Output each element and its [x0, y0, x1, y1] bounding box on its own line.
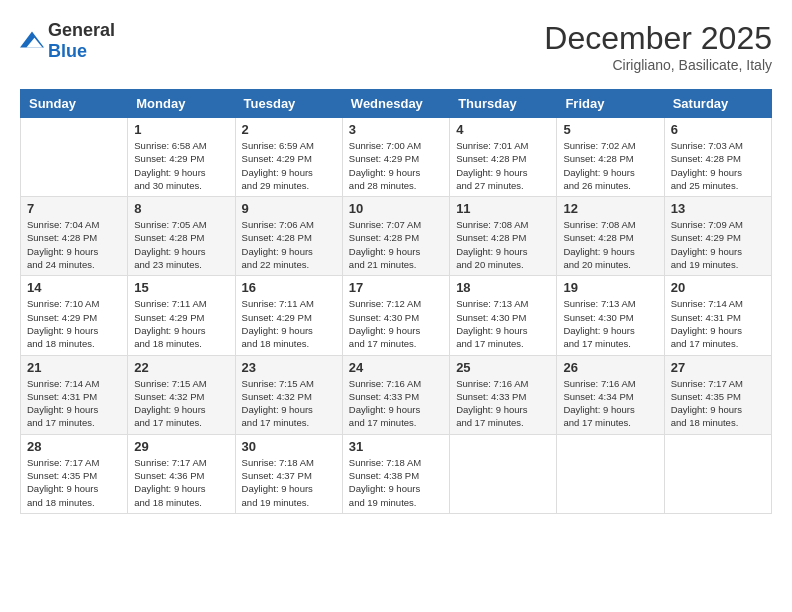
day-info: Sunrise: 7:06 AM Sunset: 4:28 PM Dayligh… — [242, 218, 336, 271]
day-info: Sunrise: 7:13 AM Sunset: 4:30 PM Dayligh… — [456, 297, 550, 350]
calendar-cell: 22Sunrise: 7:15 AM Sunset: 4:32 PM Dayli… — [128, 355, 235, 434]
calendar-cell: 21Sunrise: 7:14 AM Sunset: 4:31 PM Dayli… — [21, 355, 128, 434]
day-number: 29 — [134, 439, 228, 454]
calendar-cell: 5Sunrise: 7:02 AM Sunset: 4:28 PM Daylig… — [557, 118, 664, 197]
day-number: 22 — [134, 360, 228, 375]
calendar-week-0: 1Sunrise: 6:58 AM Sunset: 4:29 PM Daylig… — [21, 118, 772, 197]
day-number: 30 — [242, 439, 336, 454]
calendar-cell: 12Sunrise: 7:08 AM Sunset: 4:28 PM Dayli… — [557, 197, 664, 276]
day-info: Sunrise: 6:59 AM Sunset: 4:29 PM Dayligh… — [242, 139, 336, 192]
day-info: Sunrise: 7:18 AM Sunset: 4:37 PM Dayligh… — [242, 456, 336, 509]
day-info: Sunrise: 7:16 AM Sunset: 4:34 PM Dayligh… — [563, 377, 657, 430]
day-info: Sunrise: 6:58 AM Sunset: 4:29 PM Dayligh… — [134, 139, 228, 192]
day-number: 2 — [242, 122, 336, 137]
calendar-cell: 8Sunrise: 7:05 AM Sunset: 4:28 PM Daylig… — [128, 197, 235, 276]
calendar-cell: 23Sunrise: 7:15 AM Sunset: 4:32 PM Dayli… — [235, 355, 342, 434]
day-info: Sunrise: 7:15 AM Sunset: 4:32 PM Dayligh… — [134, 377, 228, 430]
calendar-body: 1Sunrise: 6:58 AM Sunset: 4:29 PM Daylig… — [21, 118, 772, 514]
day-info: Sunrise: 7:05 AM Sunset: 4:28 PM Dayligh… — [134, 218, 228, 271]
day-header-friday: Friday — [557, 90, 664, 118]
day-number: 7 — [27, 201, 121, 216]
logo-icon — [20, 31, 44, 51]
day-header-monday: Monday — [128, 90, 235, 118]
logo-blue: Blue — [48, 41, 87, 61]
day-number: 28 — [27, 439, 121, 454]
day-info: Sunrise: 7:17 AM Sunset: 4:35 PM Dayligh… — [27, 456, 121, 509]
calendar-cell: 29Sunrise: 7:17 AM Sunset: 4:36 PM Dayli… — [128, 434, 235, 513]
days-header-row: SundayMondayTuesdayWednesdayThursdayFrid… — [21, 90, 772, 118]
calendar-cell — [557, 434, 664, 513]
day-info: Sunrise: 7:18 AM Sunset: 4:38 PM Dayligh… — [349, 456, 443, 509]
day-info: Sunrise: 7:11 AM Sunset: 4:29 PM Dayligh… — [242, 297, 336, 350]
day-number: 1 — [134, 122, 228, 137]
day-header-thursday: Thursday — [450, 90, 557, 118]
day-info: Sunrise: 7:10 AM Sunset: 4:29 PM Dayligh… — [27, 297, 121, 350]
calendar-cell: 25Sunrise: 7:16 AM Sunset: 4:33 PM Dayli… — [450, 355, 557, 434]
day-number: 19 — [563, 280, 657, 295]
day-number: 15 — [134, 280, 228, 295]
calendar-cell: 14Sunrise: 7:10 AM Sunset: 4:29 PM Dayli… — [21, 276, 128, 355]
day-info: Sunrise: 7:04 AM Sunset: 4:28 PM Dayligh… — [27, 218, 121, 271]
calendar-cell: 19Sunrise: 7:13 AM Sunset: 4:30 PM Dayli… — [557, 276, 664, 355]
day-number: 23 — [242, 360, 336, 375]
day-info: Sunrise: 7:03 AM Sunset: 4:28 PM Dayligh… — [671, 139, 765, 192]
calendar-cell: 16Sunrise: 7:11 AM Sunset: 4:29 PM Dayli… — [235, 276, 342, 355]
day-header-wednesday: Wednesday — [342, 90, 449, 118]
day-info: Sunrise: 7:14 AM Sunset: 4:31 PM Dayligh… — [671, 297, 765, 350]
calendar-cell: 10Sunrise: 7:07 AM Sunset: 4:28 PM Dayli… — [342, 197, 449, 276]
day-number: 16 — [242, 280, 336, 295]
day-info: Sunrise: 7:16 AM Sunset: 4:33 PM Dayligh… — [456, 377, 550, 430]
calendar-cell: 1Sunrise: 6:58 AM Sunset: 4:29 PM Daylig… — [128, 118, 235, 197]
day-info: Sunrise: 7:11 AM Sunset: 4:29 PM Dayligh… — [134, 297, 228, 350]
day-number: 27 — [671, 360, 765, 375]
day-number: 18 — [456, 280, 550, 295]
calendar-week-2: 14Sunrise: 7:10 AM Sunset: 4:29 PM Dayli… — [21, 276, 772, 355]
calendar-cell: 30Sunrise: 7:18 AM Sunset: 4:37 PM Dayli… — [235, 434, 342, 513]
day-number: 20 — [671, 280, 765, 295]
day-info: Sunrise: 7:07 AM Sunset: 4:28 PM Dayligh… — [349, 218, 443, 271]
day-number: 4 — [456, 122, 550, 137]
header: General Blue December 2025 Cirigliano, B… — [20, 20, 772, 73]
calendar-cell: 4Sunrise: 7:01 AM Sunset: 4:28 PM Daylig… — [450, 118, 557, 197]
day-number: 5 — [563, 122, 657, 137]
day-info: Sunrise: 7:00 AM Sunset: 4:29 PM Dayligh… — [349, 139, 443, 192]
day-number: 21 — [27, 360, 121, 375]
day-info: Sunrise: 7:08 AM Sunset: 4:28 PM Dayligh… — [456, 218, 550, 271]
day-info: Sunrise: 7:17 AM Sunset: 4:35 PM Dayligh… — [671, 377, 765, 430]
day-info: Sunrise: 7:09 AM Sunset: 4:29 PM Dayligh… — [671, 218, 765, 271]
calendar-cell: 18Sunrise: 7:13 AM Sunset: 4:30 PM Dayli… — [450, 276, 557, 355]
day-info: Sunrise: 7:16 AM Sunset: 4:33 PM Dayligh… — [349, 377, 443, 430]
calendar-cell: 9Sunrise: 7:06 AM Sunset: 4:28 PM Daylig… — [235, 197, 342, 276]
month-title: December 2025 — [544, 20, 772, 57]
calendar-cell: 31Sunrise: 7:18 AM Sunset: 4:38 PM Dayli… — [342, 434, 449, 513]
day-info: Sunrise: 7:15 AM Sunset: 4:32 PM Dayligh… — [242, 377, 336, 430]
day-number: 26 — [563, 360, 657, 375]
day-number: 14 — [27, 280, 121, 295]
day-number: 31 — [349, 439, 443, 454]
day-number: 24 — [349, 360, 443, 375]
day-header-saturday: Saturday — [664, 90, 771, 118]
day-info: Sunrise: 7:12 AM Sunset: 4:30 PM Dayligh… — [349, 297, 443, 350]
calendar: SundayMondayTuesdayWednesdayThursdayFrid… — [20, 89, 772, 514]
day-number: 13 — [671, 201, 765, 216]
calendar-cell: 27Sunrise: 7:17 AM Sunset: 4:35 PM Dayli… — [664, 355, 771, 434]
day-number: 6 — [671, 122, 765, 137]
day-number: 8 — [134, 201, 228, 216]
calendar-cell: 24Sunrise: 7:16 AM Sunset: 4:33 PM Dayli… — [342, 355, 449, 434]
calendar-cell: 3Sunrise: 7:00 AM Sunset: 4:29 PM Daylig… — [342, 118, 449, 197]
day-number: 3 — [349, 122, 443, 137]
calendar-week-4: 28Sunrise: 7:17 AM Sunset: 4:35 PM Dayli… — [21, 434, 772, 513]
day-info: Sunrise: 7:13 AM Sunset: 4:30 PM Dayligh… — [563, 297, 657, 350]
calendar-cell: 7Sunrise: 7:04 AM Sunset: 4:28 PM Daylig… — [21, 197, 128, 276]
calendar-cell — [450, 434, 557, 513]
day-info: Sunrise: 7:01 AM Sunset: 4:28 PM Dayligh… — [456, 139, 550, 192]
calendar-cell: 17Sunrise: 7:12 AM Sunset: 4:30 PM Dayli… — [342, 276, 449, 355]
location-subtitle: Cirigliano, Basilicate, Italy — [544, 57, 772, 73]
day-number: 9 — [242, 201, 336, 216]
day-number: 10 — [349, 201, 443, 216]
day-header-sunday: Sunday — [21, 90, 128, 118]
day-number: 12 — [563, 201, 657, 216]
calendar-header: SundayMondayTuesdayWednesdayThursdayFrid… — [21, 90, 772, 118]
calendar-cell: 20Sunrise: 7:14 AM Sunset: 4:31 PM Dayli… — [664, 276, 771, 355]
day-info: Sunrise: 7:02 AM Sunset: 4:28 PM Dayligh… — [563, 139, 657, 192]
